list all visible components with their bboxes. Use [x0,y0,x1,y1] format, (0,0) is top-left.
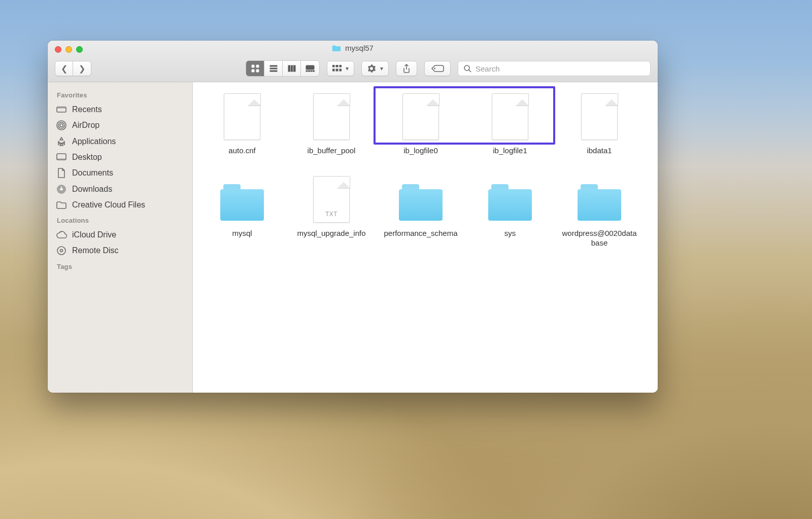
sidebar-item-icloud[interactable]: iCloud Drive [48,227,192,243]
file-item[interactable]: ibdata1 [557,91,641,156]
svg-rect-16 [336,65,338,67]
svg-rect-11 [306,71,308,72]
sidebar-item-label: Documents [72,168,113,178]
arrange-icon [332,65,342,72]
folder-item[interactable]: sys [468,174,552,248]
titlebar-top: mysql57 [48,41,658,56]
item-label: ib_buffer_pool [293,146,369,156]
sidebar-item-label: Desktop [72,153,102,162]
gear-icon [367,64,376,73]
svg-rect-20 [340,69,342,71]
svg-rect-12 [309,71,310,72]
view-gallery-button[interactable] [301,61,319,76]
file-item[interactable]: auto.cnf [200,91,284,156]
file-item[interactable]: ib_buffer_pool [289,91,374,156]
share-button[interactable] [396,61,417,76]
sidebar-item-airdrop[interactable]: AirDrop [48,117,192,133]
svg-rect-13 [311,71,312,72]
item-label: performance_schema [383,229,459,238]
svg-rect-30 [57,158,66,160]
search-input[interactable] [476,64,645,73]
nav-buttons: ❮ ❯ [55,61,91,76]
svg-point-32 [57,247,65,255]
applications-icon [56,136,67,147]
action-dropdown[interactable]: ▾ [361,61,389,76]
sidebar-item-label: Applications [72,137,116,146]
sidebar-item-desktop[interactable]: Desktop [48,150,192,165]
disc-icon [56,246,67,256]
share-icon [402,64,411,73]
svg-rect-6 [270,71,277,72]
folder-icon [578,174,621,225]
svg-point-33 [60,250,63,252]
file-icon [578,91,621,142]
svg-rect-2 [252,70,254,72]
titlebar: mysql57 ❮ ❯ [48,41,658,82]
sidebar-item-label: Creative Cloud Files [72,200,145,210]
svg-rect-19 [336,69,338,71]
view-list-button[interactable] [264,61,283,76]
search-icon [463,64,471,73]
view-icons-button[interactable] [246,61,264,76]
forward-button[interactable]: ❯ [73,61,91,76]
folder-icon [488,174,532,225]
file-icon [310,91,353,142]
svg-point-27 [58,122,64,128]
item-label: wordpress@0020database [561,229,637,248]
arrange-dropdown[interactable]: ▾ [327,61,354,76]
search-field[interactable] [458,61,651,76]
svg-point-22 [464,65,469,71]
svg-line-23 [469,70,471,72]
svg-rect-25 [57,107,66,109]
recents-icon [56,106,67,114]
sidebar-item-remote-disc[interactable]: Remote Disc [48,243,192,259]
folder-icon [399,174,443,225]
svg-rect-18 [332,69,334,71]
item-label: mysql_upgrade_info [293,229,369,238]
file-icon [399,91,443,142]
back-button[interactable]: ❮ [55,61,73,76]
folder-item[interactable]: performance_schema [379,174,463,248]
svg-rect-7 [288,65,290,72]
sidebar-item-applications[interactable]: Applications [48,133,192,150]
close-button[interactable] [55,46,61,53]
file-item[interactable]: TXTmysql_upgrade_info [289,174,374,248]
folder-icon [332,45,341,52]
zoom-button[interactable] [76,46,83,53]
file-item[interactable]: ib_logfile1 [468,91,552,156]
folder-icon [220,174,264,225]
chevron-down-icon: ▾ [346,65,349,72]
sidebar-header-favorites: Favorites [48,87,192,102]
file-icon [220,91,264,142]
svg-rect-14 [313,71,315,72]
documents-icon [56,168,67,178]
svg-rect-5 [270,68,277,69]
item-label: auto.cnf [204,146,280,156]
sidebar-item-label: AirDrop [72,121,99,130]
svg-rect-1 [256,65,259,67]
sidebar-header-tags: Tags [48,259,192,273]
sidebar-item-label: iCloud Drive [72,230,116,239]
svg-rect-9 [293,65,295,72]
toolbar: ❮ ❯ [48,56,658,82]
file-item[interactable]: ib_logfile0 [379,91,463,156]
traffic-lights [55,46,83,53]
folder-item[interactable]: mysql [200,174,284,248]
item-label: sys [472,229,548,238]
view-columns-button[interactable] [283,61,301,76]
item-label: mysql [204,229,280,238]
folder-item[interactable]: wordpress@0020database [557,174,641,248]
minimize-button[interactable] [65,46,72,53]
file-grid[interactable]: auto.cnfib_buffer_poolib_logfile0ib_logf… [193,82,658,393]
tags-button[interactable] [424,61,451,76]
sidebar-item-recents[interactable]: Recents [48,102,192,117]
window-title: mysql57 [332,44,374,52]
svg-rect-0 [252,65,254,67]
sidebar-item-creative-cloud[interactable]: Creative Cloud Files [48,197,192,213]
item-label: ibdata1 [561,146,637,156]
sidebar-item-documents[interactable]: Documents [48,165,192,181]
svg-rect-8 [291,65,293,72]
sidebar-item-downloads[interactable]: Downloads [48,181,192,197]
svg-rect-10 [306,65,314,70]
svg-rect-3 [256,70,259,72]
